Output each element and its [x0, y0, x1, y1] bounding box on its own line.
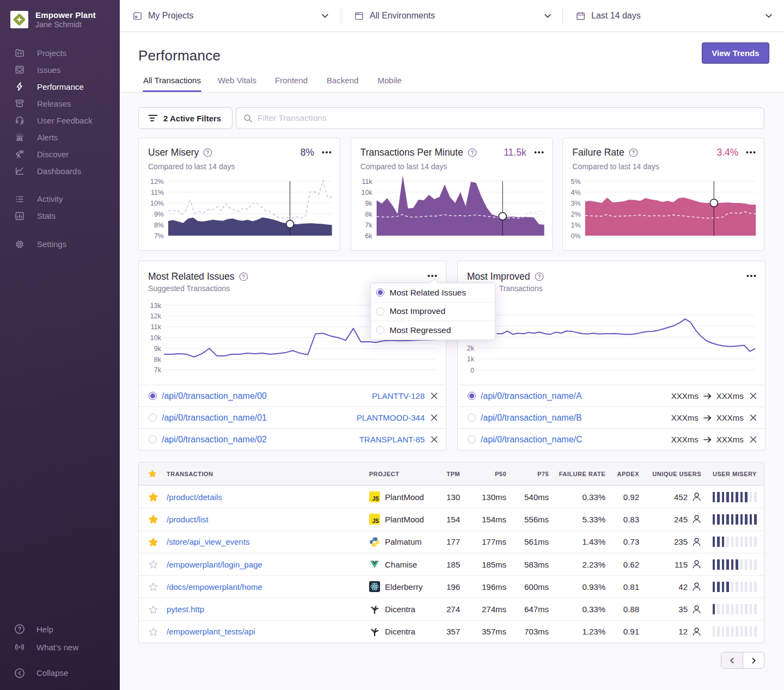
svg-text:2k: 2k [467, 344, 475, 352]
svg-text:8k: 8k [154, 356, 162, 364]
svg-text:9k: 9k [154, 345, 162, 353]
svg-text:7%: 7% [154, 232, 164, 240]
svg-text:0%: 0% [571, 232, 581, 240]
svg-text:7k: 7k [365, 221, 372, 229]
svg-text:9%: 9% [154, 211, 164, 218]
svg-text:11k: 11k [151, 323, 162, 331]
svg-text:10k: 10k [361, 189, 372, 196]
svg-text:13k: 13k [150, 302, 162, 310]
svg-text:9k: 9k [365, 200, 372, 207]
svg-text:0: 0 [470, 367, 474, 374]
svg-text:10%: 10% [150, 200, 164, 207]
svg-text:3%: 3% [571, 200, 581, 207]
svg-text:7k: 7k [154, 366, 162, 374]
svg-text:12%: 12% [150, 178, 164, 186]
svg-text:1%: 1% [571, 221, 581, 229]
svg-text:JS: JS [372, 496, 379, 502]
svg-text:10k: 10k [150, 334, 162, 342]
svg-text:8%: 8% [154, 221, 164, 229]
svg-text:8k: 8k [365, 211, 372, 218]
svg-text:4%: 4% [571, 189, 581, 196]
svg-text:JS: JS [372, 518, 379, 524]
svg-text:1k: 1k [467, 355, 475, 363]
svg-text:11k: 11k [362, 178, 372, 186]
svg-text:11%: 11% [151, 189, 164, 196]
svg-text:2%: 2% [571, 211, 581, 218]
svg-text:12k: 12k [150, 312, 162, 320]
svg-text:6k: 6k [365, 232, 372, 240]
svg-text:5%: 5% [571, 178, 581, 186]
